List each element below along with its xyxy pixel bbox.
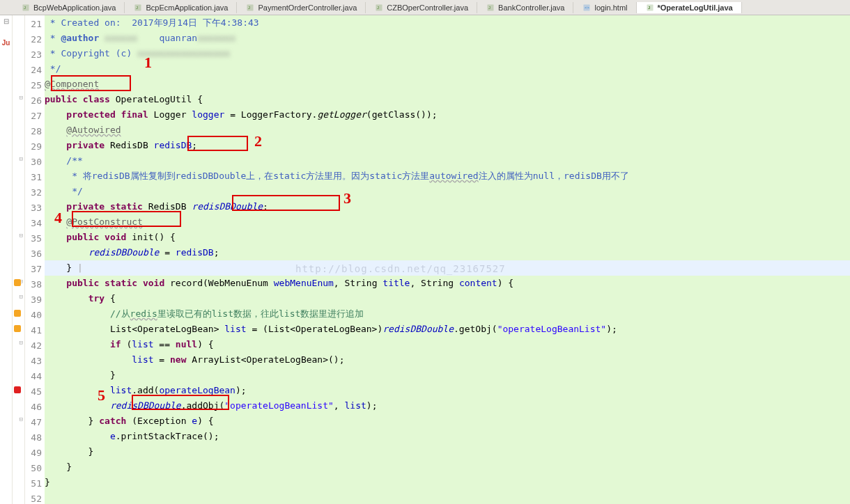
code-line-30[interactable]: /** <box>45 153 850 168</box>
svg-text:J: J <box>648 6 650 10</box>
svg-text:J: J <box>248 6 250 10</box>
code-line-39[interactable]: try { <box>45 291 850 306</box>
line-number: 22 <box>25 32 45 47</box>
code-line-43[interactable]: list = new ArrayList<OperateLogBean>(); <box>45 352 850 368</box>
code-line-32[interactable]: */ <box>45 184 850 199</box>
fold-icon[interactable]: ⊟ <box>20 416 23 423</box>
line-number: 32 <box>25 185 45 200</box>
fold-icon[interactable]: ⊟ <box>20 232 23 239</box>
svg-text:J: J <box>136 6 138 10</box>
line-number: 40 <box>25 308 45 323</box>
left-gutter: ⊟ Ju <box>0 15 13 504</box>
fold-icon[interactable]: ⊟ <box>20 339 23 346</box>
code-line-31[interactable]: * 将redisDB属性复制到redisDBDouble上，在static方法里… <box>45 168 850 184</box>
code-line-41[interactable]: List<OperateLogBean> list = (List<Operat… <box>45 322 850 337</box>
line-number-gutter: 2122232425262728293031323334353637383940… <box>25 15 45 504</box>
code-line-36[interactable]: redisDBDouble = redisDB; <box>45 245 850 260</box>
code-line-34[interactable]: @PostConstruct <box>45 214 850 230</box>
tab--operatelogutil-java[interactable]: J*OperateLogUtil.java <box>637 2 742 13</box>
line-number: 30 <box>25 155 45 170</box>
line-number: 37 <box>25 262 45 277</box>
line-number: 41 <box>25 323 45 338</box>
code-line-50[interactable]: } <box>45 459 850 475</box>
fold-icon[interactable]: ⊟ <box>20 155 23 162</box>
tab-login-html[interactable]: <>login.html <box>573 2 636 13</box>
code-line-52[interactable] <box>45 490 850 504</box>
tab-bcpwebapplication-java[interactable]: JBcpWebApplication.java <box>13 2 125 13</box>
code-line-35[interactable]: public void init() { <box>45 230 850 245</box>
line-number: 48 <box>25 430 45 446</box>
svg-text:<>: <> <box>585 6 590 10</box>
code-line-33[interactable]: private static RedisDB redisDBDouble; <box>45 199 850 214</box>
code-line-37[interactable]: } | <box>45 260 850 276</box>
line-number: 45 <box>25 384 45 400</box>
line-number: 38 <box>25 277 45 292</box>
code-line-21[interactable]: * Created on: 2017年9月14日 下午4:38:43 <box>45 15 850 31</box>
line-number: 33 <box>25 200 45 216</box>
code-line-48[interactable]: e.printStackTrace(); <box>45 429 850 444</box>
line-number: 47 <box>25 415 45 430</box>
line-number: 31 <box>25 170 45 185</box>
code-line-45[interactable]: list.add(operateLogBean); <box>45 383 850 398</box>
line-number: 35 <box>25 231 45 246</box>
code-line-25[interactable]: @Component <box>45 77 850 92</box>
fold-icon[interactable]: ⊟ <box>20 293 23 300</box>
tab-czbopercontroller-java[interactable]: JCZBOperController.java <box>366 2 477 13</box>
line-number: 23 <box>25 47 45 63</box>
code-area[interactable]: http://blog.csdn.net/qq_23167527 * Creat… <box>45 15 850 504</box>
warning-marker-icon[interactable] <box>14 310 21 317</box>
line-number: 50 <box>25 461 45 476</box>
line-number: 27 <box>25 109 45 124</box>
line-number: 49 <box>25 446 45 461</box>
line-number: 28 <box>25 124 45 139</box>
svg-text:J: J <box>24 6 26 10</box>
line-number: 52 <box>25 491 45 504</box>
line-number: 29 <box>25 139 45 155</box>
code-line-46[interactable]: redisDBDouble.addObj("operateLogBeanList… <box>45 398 850 414</box>
line-number: 43 <box>25 354 45 369</box>
marker-gutter: ⊟⊟⊟⊟⊟⊟⊟ <box>13 15 25 504</box>
code-line-38[interactable]: public static void record(WebMenuEnum we… <box>45 276 850 291</box>
line-number: 24 <box>25 63 45 78</box>
editor-area: ⊟ Ju ⊟⊟⊟⊟⊟⊟⊟ 212223242526272829303132333… <box>0 15 850 504</box>
line-number: 25 <box>25 78 45 93</box>
code-line-23[interactable]: * Copyright (c) xxxxxxxxxxxxxxxxx <box>45 46 850 61</box>
line-number: 46 <box>25 400 45 415</box>
line-number: 34 <box>25 216 45 231</box>
line-number: 26 <box>25 93 45 109</box>
code-line-51[interactable]: } <box>45 475 850 490</box>
line-number: 44 <box>25 369 45 384</box>
svg-text:J: J <box>377 6 379 10</box>
editor-tabs: JBcpWebApplication.javaJBcpEcmApplicatio… <box>0 0 850 15</box>
code-line-40[interactable]: //从redis里读取已有的list数据，往此list数据里进行追加 <box>45 306 850 322</box>
line-number: 51 <box>25 476 45 491</box>
tab-bcpecmapplication-java[interactable]: JBcpEcmApplication.java <box>125 2 237 13</box>
junit-icon[interactable]: Ju <box>2 39 10 47</box>
warning-marker-icon[interactable] <box>14 325 21 332</box>
code-line-29[interactable]: private RedisDB redisDB; <box>45 138 850 153</box>
tab-bankcontroller-java[interactable]: JBankController.java <box>477 2 573 13</box>
collapse-icon[interactable]: ⊟ <box>3 17 9 25</box>
code-line-44[interactable]: } <box>45 368 850 383</box>
tab-paymentordercontroller-java[interactable]: JPaymentOrderController.java <box>237 2 366 13</box>
warning-marker-icon[interactable] <box>14 279 21 286</box>
code-line-22[interactable]: * @author xxxxxx quanranxxxxxxx <box>45 31 850 46</box>
code-line-28[interactable]: @Autowired <box>45 123 850 138</box>
code-line-24[interactable]: */ <box>45 61 850 77</box>
svg-text:J: J <box>488 6 490 10</box>
line-number: 39 <box>25 292 45 308</box>
code-line-27[interactable]: protected final Logger logger = LoggerFa… <box>45 107 850 123</box>
line-number: 42 <box>25 338 45 354</box>
code-line-49[interactable]: } <box>45 444 850 459</box>
line-number: 36 <box>25 246 45 262</box>
code-line-47[interactable]: } catch (Exception e) { <box>45 414 850 429</box>
line-number: 21 <box>25 17 45 32</box>
fold-icon[interactable]: ⊟ <box>20 94 23 101</box>
code-line-42[interactable]: if (list == null) { <box>45 337 850 352</box>
error-marker-icon[interactable] <box>14 386 21 393</box>
code-line-26[interactable]: public class OperateLogUtil { <box>45 92 850 107</box>
